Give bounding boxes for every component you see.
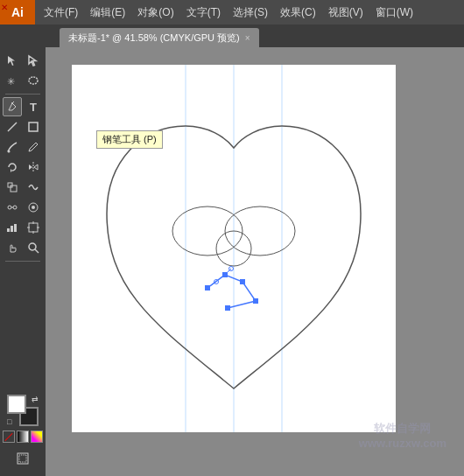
tab-bar: 未标题-1* @ 41.58% (CMYK/GPU 预览) ×	[0, 24, 464, 47]
rotate-reflect-row	[1, 158, 45, 177]
menu-view[interactable]: 视图(V)	[323, 4, 369, 22]
svg-text:✳: ✳	[7, 76, 15, 87]
svg-rect-26	[19, 455, 26, 462]
pen-tools-row: T	[1, 97, 45, 116]
screen-mode-button[interactable]	[13, 449, 32, 468]
line-tool-button[interactable]	[3, 117, 22, 136]
graph-tool-button[interactable]	[3, 218, 22, 237]
svg-rect-35	[240, 279, 245, 284]
svg-point-10	[13, 206, 17, 209]
svg-line-39	[225, 269, 231, 275]
line-shape-row	[1, 117, 45, 136]
svg-text:✕: ✕	[1, 3, 8, 12]
menu-select[interactable]: 选择(S)	[228, 4, 273, 22]
type-tool-button[interactable]: T	[24, 97, 43, 116]
canvas-area[interactable]: 钢笔工具 (P)	[46, 47, 464, 476]
watermark-line2: www.ruzxw.com	[359, 437, 446, 450]
svg-rect-14	[7, 228, 10, 232]
svg-line-23	[35, 249, 39, 253]
mesh-swatch[interactable]: ✕	[31, 430, 43, 443]
svg-rect-7	[11, 186, 17, 192]
gradient-swatch[interactable]	[17, 430, 29, 443]
svg-rect-15	[11, 226, 13, 232]
selection-tool-button[interactable]	[3, 51, 22, 70]
svg-point-5	[8, 150, 11, 153]
svg-rect-37	[225, 305, 230, 311]
svg-point-2	[11, 102, 13, 104]
lasso-tool-button[interactable]	[24, 71, 43, 90]
hand-zoom-row	[1, 238, 45, 257]
blend-symbol-row	[1, 198, 45, 217]
pencil-button[interactable]	[24, 137, 43, 157]
symbol-tool-button[interactable]	[24, 198, 43, 217]
svg-line-38	[207, 282, 216, 288]
menu-window[interactable]: 窗口(W)	[370, 4, 418, 22]
swatch-area: ⇄ □	[7, 395, 39, 426]
svg-rect-4	[29, 122, 38, 131]
direct-selection-tool-button[interactable]	[24, 51, 43, 70]
warp-tool-button[interactable]	[24, 178, 43, 197]
menu-text[interactable]: 文字(T)	[181, 4, 226, 22]
paintbrush-button[interactable]	[3, 137, 22, 157]
scale-warp-row	[1, 178, 45, 197]
menu-file[interactable]: 文件(F)	[39, 4, 83, 22]
menu-object[interactable]: 对象(O)	[132, 4, 179, 22]
separator-2	[5, 261, 40, 262]
svg-rect-16	[14, 224, 17, 232]
separator-1	[5, 94, 40, 94]
tab-label: 未标题-1* @ 41.58% (CMYK/GPU 预览)	[68, 32, 240, 45]
scale-tool-button[interactable]	[3, 178, 22, 197]
active-tab[interactable]: 未标题-1* @ 41.58% (CMYK/GPU 预览) ×	[60, 28, 259, 47]
drawing-canvas	[72, 65, 396, 432]
svg-point-13	[32, 206, 35, 209]
magic-lasso-row: ✳	[1, 71, 45, 90]
svg-line-3	[8, 122, 17, 131]
fill-swatch[interactable]	[7, 395, 26, 414]
svg-point-9	[8, 206, 11, 209]
graph-artboard-row	[1, 218, 45, 237]
reflect-tool-button[interactable]	[24, 158, 43, 177]
selection-tools-row	[1, 51, 45, 70]
shape-tool-button[interactable]	[24, 117, 43, 136]
hand-tool-button[interactable]	[3, 238, 22, 257]
artboard-tool-button[interactable]	[24, 218, 43, 237]
rotate-tool-button[interactable]	[3, 158, 22, 177]
menu-effect[interactable]: 效果(C)	[275, 4, 321, 22]
color-section: ⇄ □ ✕	[1, 391, 45, 476]
none-color-swatch[interactable]	[3, 430, 15, 443]
menu-bar: 文件(F) 编辑(E) 对象(O) 文字(T) 选择(S) 效果(C) 视图(V…	[35, 0, 464, 24]
svg-rect-17	[29, 223, 38, 232]
default-colors-icon[interactable]: □	[7, 417, 11, 426]
zoom-tool-button[interactable]	[24, 238, 43, 257]
svg-point-1	[29, 77, 38, 84]
pen-tool-tooltip: 钢笔工具 (P)	[96, 130, 163, 149]
brush-pencil-row	[1, 137, 45, 157]
magic-wand-button[interactable]: ✳	[3, 71, 22, 90]
menu-edit[interactable]: 编辑(E)	[85, 4, 130, 22]
svg-rect-36	[253, 298, 258, 304]
left-toolbar: ✳ T	[0, 47, 46, 476]
main-area: ✳ T	[0, 47, 464, 476]
swap-colors-icon[interactable]: ⇄	[32, 395, 39, 403]
pen-tool-button[interactable]	[3, 97, 22, 116]
tab-close-button[interactable]: ×	[245, 33, 250, 43]
color-mode-row: ✕	[3, 430, 43, 443]
svg-point-22	[29, 243, 36, 250]
blend-tool-button[interactable]	[3, 198, 22, 217]
extra-tools-row	[1, 449, 45, 468]
artboard	[72, 65, 396, 432]
title-bar: Ai 文件(F) 编辑(E) 对象(O) 文字(T) 选择(S) 效果(C) 视…	[0, 0, 464, 24]
